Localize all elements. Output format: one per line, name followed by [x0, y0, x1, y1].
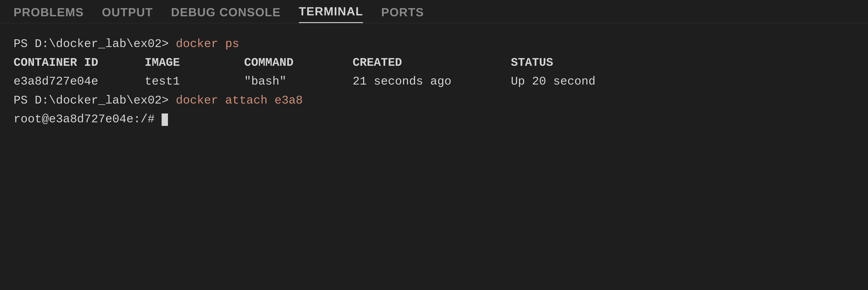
header-created: CREATED — [352, 53, 511, 72]
ps-prompt-2: PS D:\docker_lab\ex02> — [13, 94, 169, 107]
cell-image: test1 — [145, 72, 244, 91]
command-line-2: PS D:\docker_lab\ex02> docker attach e3a… — [13, 91, 855, 110]
vscode-panel: PROBLEMS OUTPUT DEBUG CONSOLE TERMINAL P… — [0, 0, 868, 290]
tab-ports[interactable]: PORTS — [381, 5, 424, 23]
cell-created: 21 seconds ago — [352, 72, 511, 91]
header-command: COMMAND — [244, 53, 352, 72]
root-prompt-line: root@e3a8d727e04e:/# — [13, 110, 855, 129]
tab-problems[interactable]: PROBLEMS — [13, 5, 84, 23]
cursor — [162, 114, 168, 126]
cell-status: Up 20 second — [511, 72, 595, 91]
cell-command: "bash" — [244, 72, 352, 91]
tab-terminal[interactable]: TERMINAL — [299, 4, 363, 23]
docker-attach-command: docker attach e3a8 — [169, 94, 303, 107]
table-row: e3a8d727e04e test1 "bash" 21 seconds ago… — [13, 72, 855, 91]
header-image: IMAGE — [145, 53, 244, 72]
header-status: STATUS — [511, 53, 553, 72]
ps-prompt-1: PS D:\docker_lab\ex02> — [13, 37, 169, 51]
terminal-body[interactable]: PS D:\docker_lab\ex02> docker ps CONTAIN… — [0, 23, 868, 290]
tab-debug-console[interactable]: DEBUG CONSOLE — [171, 5, 281, 23]
cell-container-id: e3a8d727e04e — [13, 72, 145, 91]
table-header: CONTAINER ID IMAGE COMMAND CREATED STATU… — [13, 53, 855, 72]
tab-output[interactable]: OUTPUT — [102, 5, 153, 23]
command-line-1: PS D:\docker_lab\ex02> docker ps — [13, 35, 855, 53]
docker-ps-command: docker ps — [169, 37, 239, 51]
tab-bar: PROBLEMS OUTPUT DEBUG CONSOLE TERMINAL P… — [0, 0, 868, 23]
prompt-hash-space — [155, 112, 162, 126]
header-container-id: CONTAINER ID — [13, 53, 145, 72]
root-prompt: root@e3a8d727e04e:/# — [13, 112, 155, 126]
